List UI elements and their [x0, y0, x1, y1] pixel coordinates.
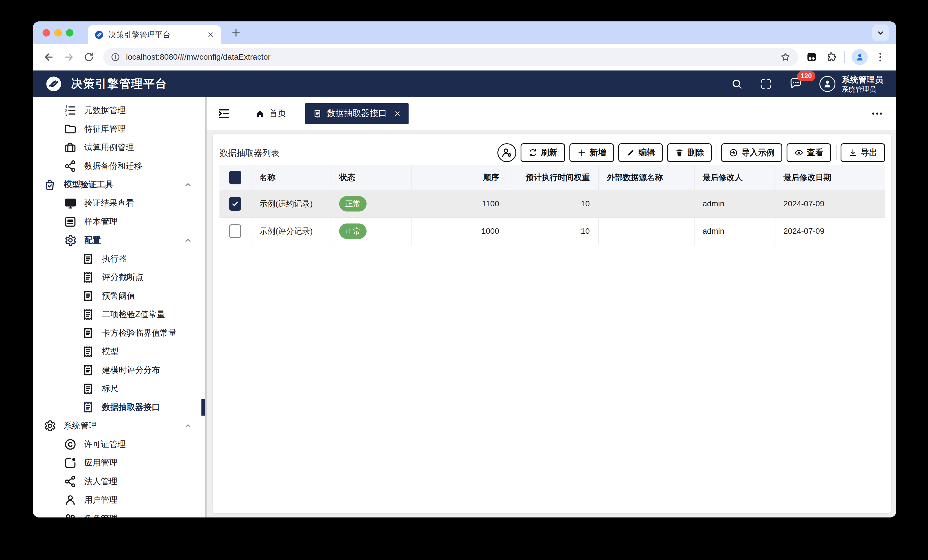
tab-search-button[interactable] [872, 24, 889, 41]
gear-icon [64, 234, 77, 247]
back-button[interactable] [43, 52, 55, 63]
traffic-light-zoom[interactable] [66, 29, 73, 37]
tab-close-icon[interactable] [206, 31, 215, 39]
toolbar-button[interactable]: 查看 [786, 143, 831, 162]
chevron-up-icon [183, 421, 193, 431]
sidebar-item[interactable]: 数据备份和迁移 [33, 157, 206, 175]
cell-datasource [598, 190, 694, 218]
sidebar-item[interactable]: 用户管理 [33, 491, 206, 509]
pencil-icon [626, 148, 635, 157]
sidebar-item[interactable]: 模型 [33, 342, 206, 361]
traffic-light-minimize[interactable] [54, 29, 62, 37]
table-row[interactable]: 示例(评分记录) 正常 1000 10 admin 2024-07-09 [220, 218, 885, 245]
col-status: 状态 [331, 165, 412, 190]
address-bar[interactable]: localhost:8080/#/mv/config/dataExtractor [103, 48, 798, 66]
extension-icon[interactable] [806, 51, 818, 63]
sidebar-item[interactable]: 评分截断点 [33, 268, 206, 286]
sidebar-item[interactable]: 样本管理 [33, 212, 206, 231]
toolbar-button[interactable]: 删除 [667, 143, 712, 162]
tab-options-button[interactable] [871, 107, 884, 120]
app-box-icon [64, 457, 77, 470]
sidebar-item[interactable]: 验证结果查看 [33, 194, 206, 212]
main-area: 123 元数据管理 特征库管理 试算用例管理 数据备份和迁移 [33, 97, 896, 517]
forward-button[interactable] [63, 52, 75, 63]
sidebar-item[interactable]: 配置 [33, 231, 206, 250]
sidebar-item[interactable]: 许可证管理 [33, 435, 206, 453]
sidebar-item[interactable]: 卡方检验临界值常量 [33, 324, 206, 342]
collapse-sidebar-icon[interactable] [217, 107, 230, 120]
browser-tab[interactable]: 决策引擎管理平台 [88, 25, 221, 44]
column-settings-button[interactable] [498, 143, 516, 162]
bag-check-icon [43, 178, 56, 191]
sidebar-item[interactable]: 预警阈值 [33, 286, 206, 305]
sidebar-item[interactable]: 执行器 [33, 250, 206, 268]
select-all-checkbox[interactable] [229, 171, 241, 184]
cell-modifier: admin [694, 190, 775, 218]
sidebar-item[interactable]: 数据抽取器接口 [33, 398, 206, 417]
cell-name: 示例(评分记录) [251, 218, 331, 245]
import-arrow-icon [729, 148, 738, 157]
sidebar-item[interactable]: 系统管理 [33, 417, 206, 435]
cell-status: 正常 [331, 190, 412, 218]
receipt-icon [81, 252, 95, 265]
app-title: 决策引擎管理平台 [71, 76, 167, 91]
browser-profile-avatar[interactable] [852, 49, 868, 65]
search-icon[interactable] [731, 78, 743, 90]
sidebar-item[interactable]: 模型验证工具 [33, 175, 206, 194]
page-title: 数据抽取器列表 [220, 147, 279, 159]
table-row[interactable]: 示例(违约记录) 正常 1100 10 admin 2024-07-09 [220, 190, 885, 218]
browser-window: 决策引擎管理平台 localhost:8080/#/mv/config/data… [33, 21, 896, 517]
traffic-light-close[interactable] [43, 29, 50, 37]
user-menu[interactable]: 系统管理员 系统管理员 [820, 75, 883, 93]
tab-data-extractor[interactable]: 数据抽取器接口 [305, 103, 409, 124]
sidebar-item[interactable]: 标尺 [33, 379, 206, 398]
briefcase-icon [64, 141, 77, 154]
sidebar-item[interactable]: 特征库管理 [33, 120, 206, 138]
navbar-actions: 120 系统管理员 系统管理员 [731, 75, 883, 93]
new-tab-button[interactable] [230, 27, 241, 38]
toolbar-button[interactable]: 刷新 [520, 143, 565, 162]
messages-button[interactable]: 120 [789, 77, 802, 91]
close-icon[interactable] [394, 110, 401, 117]
fullscreen-icon[interactable] [760, 78, 772, 90]
cell-modifier: admin [694, 218, 775, 245]
tab-home[interactable]: 首页 [255, 108, 286, 119]
col-name: 名称 [251, 165, 331, 190]
copyright-icon [64, 438, 77, 451]
browser-menu-button[interactable] [875, 52, 886, 63]
receipt-icon [81, 289, 95, 303]
row-checkbox[interactable] [229, 224, 241, 238]
sidebar-item[interactable]: 二项检验Z值常量 [33, 305, 206, 324]
person-icon [822, 79, 833, 89]
app-logo [45, 75, 63, 93]
sidebar-item[interactable]: 应用管理 [33, 453, 206, 472]
cell-order: 1100 [412, 190, 508, 218]
sidebar: 123 元数据管理 特征库管理 试算用例管理 数据备份和迁移 [33, 97, 206, 517]
page-tab-bar: 首页 数据抽取器接口 [206, 97, 896, 131]
receipt-icon [81, 345, 95, 358]
cell-datasource [598, 218, 694, 245]
sidebar-item[interactable]: 角色管理 [33, 509, 206, 517]
reload-button[interactable] [83, 52, 95, 63]
site-info-icon[interactable] [111, 52, 120, 62]
toolbar-button[interactable]: 新增 [569, 143, 614, 162]
receipt-icon [81, 401, 95, 414]
url-text: localhost:8080/#/mv/config/dataExtractor [126, 53, 774, 62]
extensions-puzzle-icon[interactable] [826, 52, 837, 63]
toolbar-button[interactable]: 导入示例 [721, 143, 782, 162]
active-tab-label: 数据抽取器接口 [327, 108, 387, 119]
sidebar-item[interactable]: 试算用例管理 [33, 138, 206, 157]
col-modifier: 最后修改人 [694, 165, 775, 190]
bookmark-star-icon[interactable] [780, 52, 791, 62]
list-box-icon [64, 215, 77, 228]
chevron-up-icon [183, 236, 193, 245]
sidebar-item[interactable]: 法人管理 [33, 472, 206, 491]
sidebar-item[interactable]: 123 元数据管理 [33, 101, 206, 120]
sidebar-item[interactable]: 建模时评分分布 [33, 361, 206, 379]
app-navbar: 决策引擎管理平台 120 系统管理员 系统管理员 [33, 70, 896, 97]
toolbar-button[interactable]: 编辑 [618, 143, 663, 162]
user-name: 系统管理员 [842, 75, 883, 85]
toolbar-button[interactable]: 导出 [841, 143, 885, 162]
user-avatar [820, 76, 835, 92]
row-checkbox[interactable] [229, 197, 241, 211]
